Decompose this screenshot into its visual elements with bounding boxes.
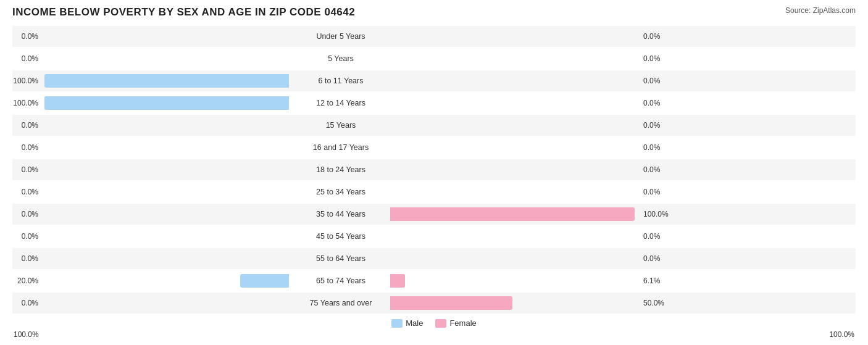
table-row: 0.0%45 to 54 Years0.0% — [12, 226, 856, 247]
age-category-label: 6 to 11 Years — [291, 77, 390, 85]
axis-right-max: 100.0% — [829, 330, 856, 339]
axis-left-max: 100.0% — [12, 330, 39, 339]
male-value-label: 0.0% — [12, 188, 41, 196]
chart-title: INCOME BELOW POVERTY BY SEX AND AGE IN Z… — [12, 6, 355, 19]
age-category-label: 25 to 34 Years — [291, 188, 390, 196]
female-value-label: 0.0% — [641, 165, 669, 174]
male-value-label: 0.0% — [12, 299, 41, 307]
male-value-label: 100.0% — [12, 99, 41, 107]
age-category-label: 55 to 64 Years — [291, 254, 390, 263]
table-row: 0.0%Under 5 Years0.0% — [12, 26, 856, 47]
female-label: Female — [449, 318, 476, 328]
table-row: 0.0%25 to 34 Years0.0% — [12, 181, 856, 202]
table-row: 100.0%6 to 11 Years0.0% — [12, 70, 856, 91]
female-value-label: 0.0% — [641, 32, 669, 41]
female-bar — [390, 274, 405, 288]
age-category-label: 16 and 17 Years — [291, 143, 390, 152]
male-value-label: 0.0% — [12, 143, 41, 152]
male-bar — [240, 274, 289, 288]
chart-container: 0.0%Under 5 Years0.0%0.0%5 Years0.0%100.… — [12, 26, 856, 339]
legend-male: Male — [391, 318, 423, 328]
age-category-label: 75 Years and over — [291, 299, 390, 307]
male-label: Male — [406, 318, 423, 328]
table-row: 100.0%12 to 14 Years0.0% — [12, 93, 856, 114]
female-value-label: 6.1% — [641, 276, 669, 285]
female-value-label: 0.0% — [641, 143, 669, 152]
female-value-label: 0.0% — [641, 54, 669, 63]
male-value-label: 20.0% — [12, 276, 41, 285]
female-value-label: 0.0% — [641, 254, 669, 263]
table-row: 0.0%55 to 64 Years0.0% — [12, 248, 856, 269]
table-row: 0.0%15 Years0.0% — [12, 115, 856, 136]
table-row: 0.0%75 Years and over50.0% — [12, 293, 856, 314]
male-bar — [44, 74, 289, 88]
age-category-label: 5 Years — [291, 54, 390, 63]
table-row: 0.0%5 Years0.0% — [12, 48, 856, 69]
age-category-label: 18 to 24 Years — [291, 165, 390, 174]
table-row: 0.0%16 and 17 Years0.0% — [12, 137, 856, 158]
female-value-label: 100.0% — [641, 210, 669, 218]
male-value-label: 0.0% — [12, 254, 41, 263]
male-value-label: 0.0% — [12, 165, 41, 174]
age-category-label: 12 to 14 Years — [291, 99, 390, 107]
male-bar — [44, 96, 289, 110]
age-category-label: 35 to 44 Years — [291, 210, 390, 218]
female-value-label: 50.0% — [641, 299, 669, 307]
legend-female: Female — [435, 318, 476, 328]
female-value-label: 0.0% — [641, 188, 669, 196]
male-value-label: 0.0% — [12, 121, 41, 130]
age-category-label: 45 to 54 Years — [291, 232, 390, 241]
legend-area: Male Female — [12, 318, 856, 328]
male-value-label: 0.0% — [12, 232, 41, 241]
male-value-label: 0.0% — [12, 32, 41, 41]
table-row: 0.0%18 to 24 Years0.0% — [12, 159, 856, 180]
age-category-label: 15 Years — [291, 121, 390, 130]
male-value-label: 100.0% — [12, 77, 41, 85]
female-bar — [390, 296, 512, 310]
female-value-label: 0.0% — [641, 77, 669, 85]
male-value-label: 0.0% — [12, 210, 41, 218]
female-value-label: 0.0% — [641, 232, 669, 241]
female-value-label: 0.0% — [641, 121, 669, 130]
age-category-label: 65 to 74 Years — [291, 276, 390, 285]
source-text: Source: ZipAtlas.com — [785, 6, 856, 15]
female-swatch — [435, 319, 446, 328]
female-bar — [390, 207, 635, 221]
male-swatch — [391, 319, 403, 328]
table-row: 0.0%35 to 44 Years100.0% — [12, 204, 856, 225]
female-value-label: 0.0% — [641, 99, 669, 107]
table-row: 20.0%65 to 74 Years6.1% — [12, 270, 856, 291]
age-category-label: Under 5 Years — [291, 32, 390, 41]
male-value-label: 0.0% — [12, 54, 41, 63]
